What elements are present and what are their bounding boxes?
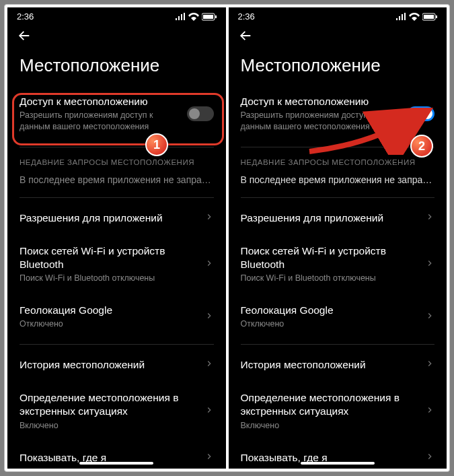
status-bar: 2:36 bbox=[229, 7, 447, 23]
status-time: 2:36 bbox=[17, 11, 34, 22]
row-permissions[interactable]: Разрешения для приложений bbox=[241, 202, 435, 235]
chevron-right-icon bbox=[204, 405, 214, 417]
phone-right: 2:36 Местоположение Доступ к местоположе… bbox=[229, 7, 447, 469]
row-location-access[interactable]: Доступ к местоположению Разрешить прилож… bbox=[241, 86, 435, 143]
chevron-right-icon bbox=[425, 311, 434, 323]
location-access-title: Доступ к местоположению bbox=[20, 95, 180, 108]
back-icon[interactable] bbox=[17, 28, 32, 46]
row-wifi-bt[interactable]: Поиск сетей Wi-Fi и устройств Bluetooth … bbox=[241, 235, 435, 294]
location-access-subtitle: Разрешить приложениям доступ к данным ва… bbox=[20, 110, 180, 133]
chevron-right-icon bbox=[425, 212, 434, 224]
back-icon[interactable] bbox=[238, 28, 253, 46]
svg-rect-2 bbox=[215, 15, 217, 18]
divider bbox=[20, 197, 214, 198]
row-google-loc[interactable]: Геолокация Google Отключено bbox=[20, 294, 214, 340]
header bbox=[229, 23, 447, 50]
status-icons bbox=[395, 13, 437, 21]
chevron-right-icon bbox=[425, 259, 434, 271]
divider bbox=[241, 344, 435, 345]
row-emergency[interactable]: Определение местоположения в экстренных … bbox=[20, 382, 214, 441]
chevron-right-icon bbox=[425, 359, 434, 371]
divider bbox=[241, 147, 435, 147]
home-indicator[interactable] bbox=[79, 462, 153, 465]
location-toggle-off[interactable] bbox=[187, 106, 214, 121]
row-permissions[interactable]: Разрешения для приложений bbox=[20, 202, 214, 235]
recent-empty: В последнее время приложения не запраш.. bbox=[20, 170, 214, 193]
divider bbox=[20, 344, 214, 345]
status-icons bbox=[175, 13, 217, 21]
row-location-access[interactable]: Доступ к местоположению Разрешить прилож… bbox=[20, 86, 214, 143]
chevron-right-icon bbox=[204, 212, 214, 224]
chevron-right-icon bbox=[425, 452, 434, 464]
row-history[interactable]: История местоположений bbox=[20, 349, 214, 382]
divider bbox=[20, 147, 214, 147]
svg-rect-1 bbox=[203, 15, 213, 19]
divider bbox=[241, 197, 435, 198]
header bbox=[7, 23, 226, 50]
status-time: 2:36 bbox=[238, 11, 255, 22]
phone-left: 2:36 Местоположение Доступ к местоположе… bbox=[7, 7, 226, 469]
chevron-right-icon bbox=[204, 452, 214, 464]
recent-label: НЕДАВНИЕ ЗАПРОСЫ МЕСТОПОЛОЖЕНИЯ bbox=[20, 151, 214, 170]
row-wifi-bt[interactable]: Поиск сетей Wi-Fi и устройств Bluetooth … bbox=[20, 235, 214, 294]
recent-empty: В последнее время приложения не запраш.. bbox=[241, 170, 435, 193]
recent-label: НЕДАВНИЕ ЗАПРОСЫ МЕСТОПОЛОЖЕНИЯ bbox=[241, 151, 435, 170]
chevron-right-icon bbox=[204, 359, 214, 371]
page-title: Местоположение bbox=[7, 50, 226, 86]
page-title: Местоположение bbox=[229, 50, 447, 86]
location-toggle-on[interactable] bbox=[408, 106, 434, 121]
home-indicator[interactable] bbox=[301, 462, 375, 465]
status-bar: 2:36 bbox=[7, 7, 226, 23]
location-access-subtitle: Разрешить приложениям доступ к данным ва… bbox=[241, 110, 402, 133]
row-history[interactable]: История местоположений bbox=[241, 349, 435, 382]
chevron-right-icon bbox=[204, 259, 214, 271]
row-emergency[interactable]: Определение местоположения в экстренных … bbox=[241, 382, 435, 441]
chevron-right-icon bbox=[425, 405, 434, 417]
svg-rect-4 bbox=[424, 15, 434, 19]
svg-rect-5 bbox=[436, 15, 437, 18]
chevron-right-icon bbox=[204, 311, 214, 323]
row-google-loc[interactable]: Геолокация Google Отключено bbox=[241, 294, 435, 340]
location-access-title: Доступ к местоположению bbox=[241, 95, 402, 108]
